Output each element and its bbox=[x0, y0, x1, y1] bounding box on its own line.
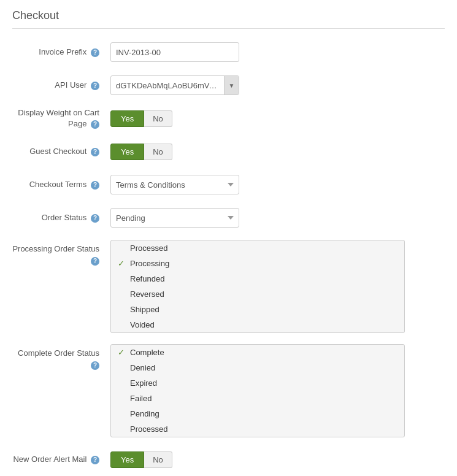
complete-order-status-wrapper: ✓ Complete Denied Expired bbox=[110, 344, 405, 437]
checkmark-empty10 bbox=[116, 424, 126, 434]
processing-order-status-row: Processing Order Status ? Processed ✓ Pr… bbox=[12, 240, 445, 333]
api-user-dropdown-arrow[interactable]: ▼ bbox=[224, 76, 239, 94]
complete-order-status-row: Complete Order Status ? ✓ Complete Denie… bbox=[12, 344, 445, 437]
new-order-alert-no-button[interactable]: No bbox=[144, 451, 172, 468]
checkmark-empty4 bbox=[116, 305, 126, 314]
list-item[interactable]: Refunded bbox=[111, 271, 404, 286]
new-order-alert-toggle: Yes No bbox=[110, 451, 445, 468]
display-weight-toggle: Yes No bbox=[110, 110, 445, 127]
api-user-value: dGTKDeAbMqLAoBU6mVa1z94( bbox=[111, 79, 224, 93]
display-weight-row: Display Weight on Cart Page ? Yes No bbox=[12, 107, 445, 129]
checkmark-empty2 bbox=[116, 274, 126, 283]
list-item[interactable]: Reversed bbox=[111, 286, 404, 302]
checkmark-processing: ✓ bbox=[116, 259, 126, 268]
new-order-alert-label: New Order Alert Mail ? bbox=[12, 454, 110, 465]
api-user-dropdown[interactable]: dGTKDeAbMqLAoBU6mVa1z94( ▼ bbox=[110, 75, 239, 95]
new-order-alert-help-icon[interactable]: ? bbox=[91, 456, 99, 464]
list-item[interactable]: Processed bbox=[111, 421, 404, 437]
processing-order-status-help-icon[interactable]: ? bbox=[91, 257, 99, 266]
guest-checkout-yes-button[interactable]: Yes bbox=[110, 144, 144, 160]
new-order-alert-control: Yes No bbox=[110, 451, 445, 468]
order-status-label: Order Status ? bbox=[12, 212, 110, 223]
list-item[interactable]: Pending bbox=[111, 406, 404, 421]
checkout-terms-help-icon[interactable]: ? bbox=[91, 181, 99, 190]
complete-order-status-control: ✓ Complete Denied Expired bbox=[110, 344, 445, 437]
list-item[interactable]: Voided bbox=[111, 317, 404, 332]
order-status-help-icon[interactable]: ? bbox=[91, 214, 99, 223]
api-user-help-icon[interactable]: ? bbox=[91, 82, 99, 90]
invoice-prefix-control bbox=[110, 42, 445, 62]
checkout-terms-select[interactable]: Terms & Conditions None Privacy Policy bbox=[110, 175, 239, 194]
guest-checkout-control: Yes No bbox=[110, 144, 445, 160]
checkmark-empty9 bbox=[116, 409, 126, 418]
checkmark-complete: ✓ bbox=[116, 348, 126, 357]
display-weight-help-icon[interactable]: ? bbox=[91, 120, 99, 129]
checkout-terms-row: Checkout Terms ? Terms & Conditions None… bbox=[12, 174, 445, 196]
page-title: Checkout bbox=[12, 9, 445, 29]
display-weight-label: Display Weight on Cart Page ? bbox=[12, 107, 110, 129]
checkout-terms-control: Terms & Conditions None Privacy Policy bbox=[110, 175, 445, 194]
checkmark-empty8 bbox=[116, 394, 126, 403]
complete-order-status-list[interactable]: ✓ Complete Denied Expired bbox=[110, 344, 405, 437]
processing-order-status-list[interactable]: Processed ✓ Processing Refunded bbox=[110, 240, 405, 333]
guest-checkout-no-button[interactable]: No bbox=[144, 144, 172, 160]
order-status-row: Order Status ? Pending Processing Comple… bbox=[12, 207, 445, 229]
checkout-settings-page: Checkout Invoice Prefix ? API User ? dGT… bbox=[0, 0, 457, 476]
display-weight-no-button[interactable]: No bbox=[144, 110, 172, 127]
checkmark-empty5 bbox=[116, 320, 126, 329]
list-item[interactable]: Processed bbox=[111, 240, 404, 256]
display-weight-control: Yes No bbox=[110, 110, 445, 127]
new-order-alert-yes-button[interactable]: Yes bbox=[110, 451, 144, 468]
guest-checkout-row: Guest Checkout ? Yes No bbox=[12, 140, 445, 163]
order-status-control: Pending Processing Complete Cancelled bbox=[110, 208, 445, 228]
list-item[interactable]: Expired bbox=[111, 375, 404, 391]
complete-order-status-help-icon[interactable]: ? bbox=[91, 361, 99, 370]
list-item[interactable]: Denied bbox=[111, 360, 404, 375]
guest-checkout-help-icon[interactable]: ? bbox=[91, 148, 99, 156]
list-item[interactable]: Failed bbox=[111, 391, 404, 406]
invoice-prefix-row: Invoice Prefix ? bbox=[12, 41, 445, 63]
invoice-prefix-input[interactable] bbox=[110, 42, 239, 62]
processing-order-status-wrapper: Processed ✓ Processing Refunded bbox=[110, 240, 405, 333]
invoice-prefix-label: Invoice Prefix ? bbox=[12, 47, 110, 58]
list-item[interactable]: Shipped bbox=[111, 302, 404, 317]
checkmark-empty3 bbox=[116, 290, 126, 299]
checkmark-empty6 bbox=[116, 363, 126, 372]
processing-order-status-label: Processing Order Status ? bbox=[12, 240, 110, 266]
order-status-select[interactable]: Pending Processing Complete Cancelled bbox=[110, 208, 239, 228]
invoice-prefix-help-icon[interactable]: ? bbox=[91, 48, 99, 57]
api-user-row: API User ? dGTKDeAbMqLAoBU6mVa1z94( ▼ bbox=[12, 74, 445, 96]
new-order-alert-row: New Order Alert Mail ? Yes No bbox=[12, 448, 445, 470]
list-item[interactable]: ✓ Processing bbox=[111, 256, 404, 271]
display-weight-yes-button[interactable]: Yes bbox=[110, 110, 144, 127]
processing-order-status-control: Processed ✓ Processing Refunded bbox=[110, 240, 445, 333]
checkout-terms-label: Checkout Terms ? bbox=[12, 179, 110, 190]
api-user-label: API User ? bbox=[12, 80, 110, 91]
complete-order-status-label: Complete Order Status ? bbox=[12, 344, 110, 370]
guest-checkout-label: Guest Checkout ? bbox=[12, 146, 110, 157]
checkmark-empty bbox=[116, 244, 126, 253]
guest-checkout-toggle: Yes No bbox=[110, 144, 445, 160]
api-user-control: dGTKDeAbMqLAoBU6mVa1z94( ▼ bbox=[110, 75, 445, 95]
list-item[interactable]: ✓ Complete bbox=[111, 345, 404, 360]
checkmark-empty7 bbox=[116, 378, 126, 388]
